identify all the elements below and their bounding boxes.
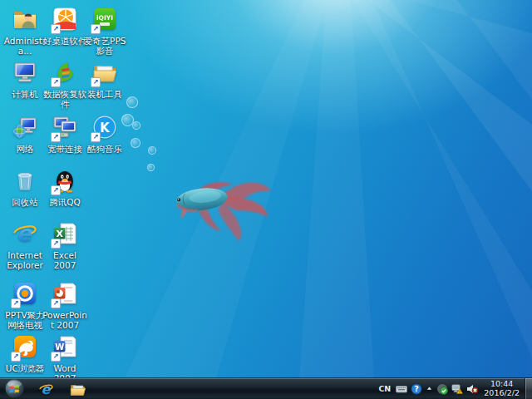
tray-volume-muted-icon[interactable]	[465, 378, 480, 399]
tray-show-hidden-icons[interactable]	[424, 378, 435, 399]
desktop-icon-excel[interactable]: ↗ Excel 2007	[42, 219, 88, 270]
shortcut-arrow-icon: ↗	[91, 24, 101, 34]
tray-safety-check-icon[interactable]	[435, 378, 450, 399]
betta-fish	[164, 164, 287, 249]
tray-input-keyboard-icon[interactable]	[394, 378, 409, 399]
bubble	[132, 121, 140, 130]
language-indicator[interactable]: CN	[375, 384, 394, 393]
bubble	[126, 96, 138, 108]
desktop-icon-image: ↗	[11, 280, 39, 308]
taskbar-clock[interactable]: 10:44 2016/2/2	[480, 380, 525, 397]
shortcut-arrow-icon: ↗	[51, 352, 61, 362]
desktop-icon-image: ↗	[11, 114, 39, 142]
shortcut-arrow-icon: ↗	[51, 185, 61, 195]
desktop-icon-image: ↗	[91, 59, 119, 87]
start-button[interactable]	[5, 379, 24, 398]
clock-date: 2016/2/2	[484, 389, 520, 398]
desktop-icon-label: 装机工具	[81, 89, 128, 99]
desktop-icon-image: ↗	[51, 280, 79, 308]
bubble	[148, 146, 156, 155]
shortcut-arrow-icon: ↗	[51, 298, 61, 308]
tray-network-warning-icon[interactable]	[450, 378, 465, 399]
shortcut-arrow-icon: ↗	[91, 132, 101, 142]
desktop-icon-kugou[interactable]: ↗ 酷狗音乐	[81, 113, 128, 154]
desktop-icon-image: ↗	[11, 333, 39, 362]
desktop-icon-iqiyi[interactable]: ↗ 爱奇艺PPS影音	[81, 5, 128, 56]
desktop-icon-powerpoint[interactable]: ↗ PowerPoint 2007	[42, 279, 88, 330]
bubble	[147, 164, 155, 171]
shortcut-arrow-icon: ↗	[91, 77, 101, 87]
shortcut-arrow-icon: ↗	[51, 77, 61, 87]
desktop-icon-image: ↗	[11, 167, 39, 195]
shortcut-arrow-icon: ↗	[51, 132, 61, 142]
desktop-icon-image: ↗	[11, 6, 39, 34]
desktop-icon-image: ↗	[91, 6, 119, 34]
desktop-icon-label: 腾讯QQ	[42, 197, 88, 207]
show-desktop-button[interactable]	[525, 378, 532, 399]
tray-icons	[394, 378, 480, 399]
desktop-icon-label: 爱奇艺PPS影音	[81, 36, 128, 56]
desktop-icon-image: ↗	[51, 167, 79, 195]
desktop-icon-label: PowerPoint 2007	[42, 310, 88, 330]
clock-time: 10:44	[484, 380, 520, 389]
tray-input-help-icon[interactable]	[409, 378, 424, 399]
desktop-icon-qq[interactable]: ↗ 腾讯QQ	[42, 166, 88, 207]
desktop-icon-image: ↗	[51, 220, 79, 249]
desktop-icon-tools-folder[interactable]: ↗ 装机工具	[81, 58, 128, 99]
desktop-icon-image: ↗	[51, 114, 79, 142]
desktop-icon-image: ↗	[51, 6, 79, 34]
shortcut-arrow-icon: ↗	[51, 24, 61, 34]
windows-orb-icon	[5, 379, 24, 398]
taskbar-file-explorer-icon[interactable]	[65, 379, 90, 398]
desktop-icon-label: 酷狗音乐	[81, 144, 128, 154]
shortcut-arrow-icon: ↗	[11, 352, 21, 362]
desktop-icon-image: ↗	[11, 59, 39, 87]
desktop-icon-image: ↗	[11, 220, 39, 249]
desktop-icon-image: ↗	[51, 59, 79, 87]
shortcut-arrow-icon: ↗	[11, 298, 21, 308]
desktop-icon-image: ↗	[51, 333, 79, 362]
desktop-icon-label: Excel 2007	[42, 250, 88, 270]
system-tray: CN 10:44 2016/2/2	[375, 378, 532, 399]
desktop-icon-image: ↗	[91, 114, 119, 142]
windows-desktop: ↗ Administra... ↗ 好桌道软件 ↗ 爱奇艺PPS影音 ↗ 计算机…	[0, 0, 532, 399]
taskbar: CN 10:44 2016/2/2	[0, 378, 532, 399]
taskbar-internet-explorer-icon[interactable]	[33, 379, 58, 398]
bubble	[131, 138, 140, 148]
desktop-icon-word[interactable]: ↗ Word 2007	[42, 332, 88, 383]
shortcut-arrow-icon: ↗	[51, 239, 61, 249]
